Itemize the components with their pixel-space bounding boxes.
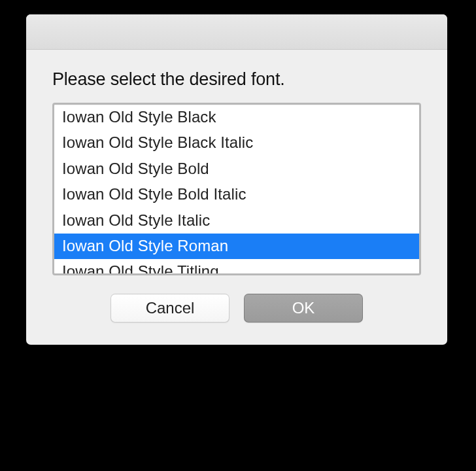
dialog-content: Please select the desired font. Iowan Ol… xyxy=(26,50,447,345)
button-row: Cancel OK xyxy=(52,294,421,323)
titlebar[interactable] xyxy=(26,14,447,50)
list-item[interactable]: Iowan Old Style Bold Italic xyxy=(54,182,419,207)
list-item[interactable]: Iowan Old Style Bold xyxy=(54,156,419,182)
font-listbox[interactable]: Iowan Old Style BlackIowan Old Style Bla… xyxy=(52,103,421,275)
cancel-button[interactable]: Cancel xyxy=(110,294,230,323)
font-select-dialog: Please select the desired font. Iowan Ol… xyxy=(26,14,447,345)
prompt-text: Please select the desired font. xyxy=(52,69,421,90)
list-item[interactable]: Iowan Old Style Italic xyxy=(54,208,419,234)
list-item[interactable]: Iowan Old Style Black xyxy=(54,105,419,130)
list-item[interactable]: Iowan Old Style Titling xyxy=(54,259,419,275)
list-item[interactable]: Iowan Old Style Roman xyxy=(54,234,419,259)
list-item[interactable]: Iowan Old Style Black Italic xyxy=(54,130,419,156)
ok-button[interactable]: OK xyxy=(244,294,363,323)
